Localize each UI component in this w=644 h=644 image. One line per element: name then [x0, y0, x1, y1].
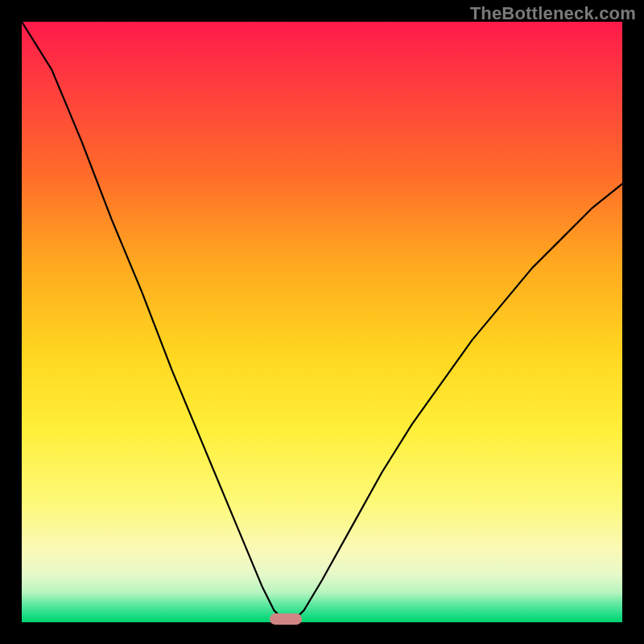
plot-frame	[22, 22, 622, 622]
bottleneck-marker	[270, 613, 302, 625]
curve-layer	[22, 22, 622, 622]
bottleneck-curve	[22, 22, 622, 622]
